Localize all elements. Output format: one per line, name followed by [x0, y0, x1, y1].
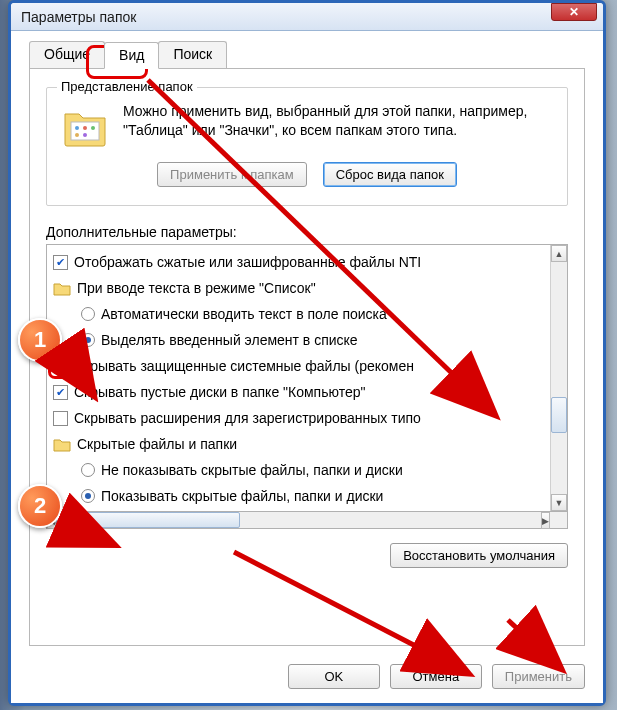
svg-point-4 — [75, 133, 79, 137]
svg-point-1 — [75, 126, 79, 130]
scroll-corner — [550, 512, 567, 528]
folder-icon — [53, 280, 71, 296]
checkbox-icon[interactable] — [53, 359, 68, 374]
tab-view[interactable]: Вид — [104, 42, 159, 69]
svg-rect-0 — [71, 122, 99, 140]
folder-icon — [53, 436, 71, 452]
restore-defaults-button[interactable]: Восстановить умолчания — [390, 543, 568, 568]
dialog-footer: OK Отмена Применить — [29, 664, 585, 689]
scroll-up-icon[interactable]: ▲ — [551, 245, 567, 262]
opt-highlight-typed-item[interactable]: Выделять введенный элемент в списке — [53, 327, 550, 353]
cancel-button[interactable]: Отмена — [390, 664, 482, 689]
annotation-callout-1: 1 — [18, 318, 62, 362]
close-icon: ✕ — [569, 5, 579, 19]
opt-auto-type-search[interactable]: Автоматически вводить текст в поле поиск… — [53, 301, 550, 327]
tab-panel-view: Представление папок Можно применить вид,… — [29, 69, 585, 646]
apply-to-folders-button[interactable]: Применить к папкам — [157, 162, 307, 187]
svg-point-3 — [91, 126, 95, 130]
ok-button[interactable]: OK — [288, 664, 380, 689]
svg-point-5 — [83, 133, 87, 137]
radio-icon[interactable] — [81, 463, 95, 477]
close-button[interactable]: ✕ — [551, 3, 597, 21]
horizontal-scrollbar[interactable]: ◀ ▶ — [46, 512, 568, 529]
opt-label: Отображать сжатые или зашифрованные файл… — [74, 254, 421, 270]
scroll-right-icon[interactable]: ▶ — [541, 512, 550, 529]
radio-icon[interactable] — [81, 489, 95, 503]
scroll-thumb[interactable] — [551, 397, 567, 433]
opt-group-hidden-files: Скрытые файлы и папки — [53, 431, 550, 457]
opt-label: При вводе текста в режиме "Список" — [77, 280, 316, 296]
tree-viewport[interactable]: Отображать сжатые или зашифрованные файл… — [47, 245, 550, 511]
titlebar[interactable]: Параметры папок ✕ — [11, 3, 603, 31]
opt-label: Скрытые файлы и папки — [77, 436, 237, 452]
checkbox-icon[interactable] — [53, 255, 68, 270]
annotation-callout-2: 2 — [18, 484, 62, 528]
scroll-track[interactable] — [551, 262, 567, 494]
folder-views-text: Можно применить вид, выбранный для этой … — [123, 102, 553, 140]
opt-label: Скрывать защищенные системные файлы (рек… — [74, 358, 414, 374]
folder-views-group: Представление папок Можно применить вид,… — [46, 87, 568, 206]
opt-label: Скрывать расширения для зарегистрированн… — [74, 410, 421, 426]
svg-point-2 — [83, 126, 87, 130]
opt-hide-known-extensions[interactable]: Скрывать расширения для зарегистрированн… — [53, 405, 550, 431]
opt-label: Автоматически вводить текст в поле поиск… — [101, 306, 387, 322]
folder-options-dialog: Параметры папок ✕ Общие Вид Поиск Предст… — [8, 0, 606, 706]
opt-hide-protected-os-files[interactable]: Скрывать защищенные системные файлы (рек… — [53, 353, 550, 379]
scroll-thumb[interactable] — [56, 512, 240, 528]
folder-views-legend: Представление папок — [57, 79, 197, 94]
apply-button[interactable]: Применить — [492, 664, 585, 689]
tabs: Общие Вид Поиск — [29, 41, 585, 69]
scroll-track[interactable] — [56, 512, 541, 528]
opt-label: Выделять введенный элемент в списке — [101, 332, 358, 348]
checkbox-icon[interactable] — [53, 411, 68, 426]
tab-search[interactable]: Поиск — [158, 41, 227, 68]
advanced-settings-tree: Отображать сжатые или зашифрованные файл… — [46, 244, 568, 512]
window-title: Параметры папок — [21, 9, 551, 25]
opt-show-hidden[interactable]: Показывать скрытые файлы, папки и диски — [53, 483, 550, 509]
opt-group-typed-input: При вводе текста в режиме "Список" — [53, 275, 550, 301]
vertical-scrollbar[interactable]: ▲ ▼ — [550, 245, 567, 511]
scroll-down-icon[interactable]: ▼ — [551, 494, 567, 511]
radio-icon[interactable] — [81, 307, 95, 321]
reset-folders-button[interactable]: Сброс вида папок — [323, 162, 457, 187]
opt-dont-show-hidden[interactable]: Не показывать скрытые файлы, папки и дис… — [53, 457, 550, 483]
folder-icon — [61, 102, 109, 150]
checkbox-icon[interactable] — [53, 385, 68, 400]
advanced-settings-label: Дополнительные параметры: — [46, 224, 568, 240]
opt-label: Не показывать скрытые файлы, папки и дис… — [101, 462, 403, 478]
opt-label: Показывать скрытые файлы, папки и диски — [101, 488, 383, 504]
radio-icon[interactable] — [81, 333, 95, 347]
opt-show-encrypted-color[interactable]: Отображать сжатые или зашифрованные файл… — [53, 249, 550, 275]
opt-hide-empty-drives[interactable]: Скрывать пустые диски в папке "Компьютер… — [53, 379, 550, 405]
opt-label: Скрывать пустые диски в папке "Компьютер… — [74, 384, 365, 400]
tab-general[interactable]: Общие — [29, 41, 105, 68]
